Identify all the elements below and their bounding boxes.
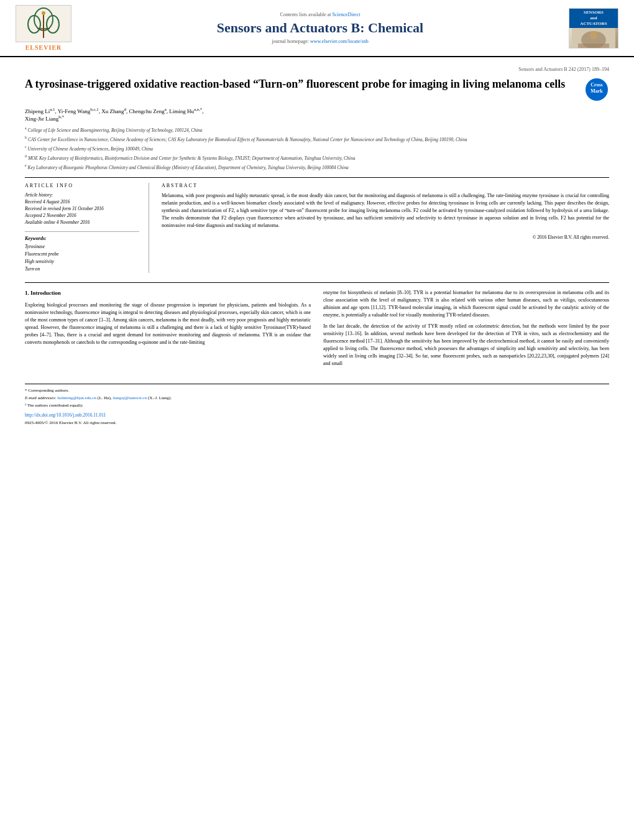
article-divider [25, 282, 609, 283]
doi-link[interactable]: http://dx.doi.org/10.1016/j.snb.2016.11.… [25, 412, 106, 418]
affiliations: a College of Life Science and Bioenginee… [25, 126, 609, 171]
body-col-left: 1. Introduction Exploring biological pro… [25, 289, 311, 371]
journal-homepage: journal homepage: www.elsevier.com/locat… [87, 39, 553, 44]
sensors-logo-box: SENSORS and ACTUATORS [569, 8, 618, 48]
article-info-left: ARTICLE INFO Article history: Received 4… [25, 183, 149, 273]
history-label: Article history: [25, 192, 139, 198]
elsevier-wordmark: ELSEVIER [25, 44, 62, 51]
elsevier-logo-image [16, 5, 71, 42]
keywords-section: Keywords: Tyrosinase Fluorescent probe H… [25, 231, 139, 273]
article-info-section: ARTICLE INFO Article history: Received 4… [25, 177, 609, 273]
affil-a: a College of Life Science and Bioenginee… [25, 126, 609, 134]
svg-rect-10 [578, 44, 609, 48]
journal-header: ELSEVIER Contents lists available at Sci… [0, 0, 634, 57]
abstract-text: Melanoma, with poor prognosis and highly… [162, 192, 609, 229]
keyword-fluorescent: Fluorescent probe [25, 251, 139, 258]
svg-point-9 [590, 32, 597, 39]
author-zhipeng: Zhipeng Lia,1, Yi-Feng Wangb,c,1, Xu Zha… [25, 108, 204, 114]
copyright-line: © 2016 Elsevier B.V. All rights reserved… [162, 234, 609, 240]
article-title: A tyrosinase-triggered oxidative reactio… [25, 77, 578, 91]
affil-e: e Key Laboratory of Bioorganic Phosphoru… [25, 163, 609, 171]
journal-name: Sensors and Actuators B: Chemical [87, 20, 553, 36]
affil-c: c University of Chinese Academy of Scien… [25, 144, 609, 152]
sensors-actuators-logo: SENSORS and ACTUATORS [566, 8, 622, 48]
page: ELSEVIER Contents lists available at Sci… [0, 0, 634, 840]
accepted-date: Accepted 2 November 2016 [25, 213, 139, 218]
abstract-label: ABSTRACT [162, 183, 609, 188]
body-col-right: enzyme for biosynthesis of melanin [8–10… [323, 289, 609, 371]
article-content: Sensors and Actuators B 242 (2017) 189–1… [0, 57, 634, 437]
sensors-logo-image [569, 28, 618, 48]
svg-text:Cross: Cross [590, 82, 602, 88]
svg-text:Mark: Mark [590, 88, 603, 94]
crossmark-logo: Cross Mark [584, 77, 609, 102]
col1-para1: Exploring biological processes and monit… [25, 302, 311, 346]
elsevier-logo: ELSEVIER [12, 5, 75, 51]
keywords-list: Tyrosinase Fluorescent probe High sensit… [25, 243, 139, 273]
contents-label: Contents lists available at [280, 12, 331, 17]
affil-b: b CAS Center for Excellence in Nanoscien… [25, 135, 609, 143]
authors: Zhipeng Lia,1, Yi-Feng Wangb,c,1, Xu Zha… [25, 107, 609, 122]
keyword-tyrosinase: Tyrosinase [25, 243, 139, 251]
col2-para2: In the last decade, the detection of the… [323, 323, 609, 367]
journal-title-area: Contents lists available at ScienceDirec… [75, 12, 566, 44]
sensors-logo-line2: and [570, 16, 617, 21]
footnote-corresponding: * Corresponding authors. [25, 388, 609, 394]
footnote-area: * Corresponding authors. E-mail addresse… [25, 384, 609, 427]
affil-d: d MOE Key Laboratory of Bioinformatics, … [25, 154, 609, 162]
issn-line: 0925-4005/© 2016 Elsevier B.V. All right… [25, 420, 609, 427]
author-xingjie: Xing-Jie Liangb,* [25, 116, 64, 122]
article-history: Article history: Received 4 August 2016 … [25, 192, 139, 225]
contents-line: Contents lists available at ScienceDirec… [87, 12, 553, 17]
keyword-turnon: Turn-on [25, 265, 139, 273]
email-liang[interactable]: liangxj@nanoctr.cn [113, 395, 147, 400]
keyword-sensitivity: High sensitivity [25, 258, 139, 265]
doi-line: http://dx.doi.org/10.1016/j.snb.2016.11.… [25, 412, 609, 419]
homepage-label: journal homepage: [272, 39, 309, 44]
sensors-logo-line3: ACTUATORS [570, 21, 617, 27]
section1-heading: 1. Introduction [25, 289, 311, 298]
sensors-logo-line1: SENSORS [570, 10, 617, 16]
footnote-equal: ¹ The authors contributed equally. [25, 403, 609, 409]
svg-point-4 [42, 11, 45, 15]
article-title-section: A tyrosinase-triggered oxidative reactio… [25, 77, 609, 102]
article-info-right: ABSTRACT Melanoma, with poor prognosis a… [162, 183, 609, 273]
sensors-logo-top: SENSORS and ACTUATORS [569, 9, 618, 28]
citation: Sensors and Actuators B 242 (2017) 189–1… [25, 67, 609, 72]
homepage-url[interactable]: www.elsevier.com/locate/snb [310, 39, 369, 44]
article-info-label: ARTICLE INFO [25, 183, 139, 188]
keywords-title: Keywords: [25, 236, 139, 241]
available-date: Available online 4 November 2016 [25, 219, 139, 225]
received-revised-date: Received in revised form 31 October 2016 [25, 206, 139, 211]
sciencedirect-link[interactable]: ScienceDirect [333, 12, 361, 17]
body-columns: 1. Introduction Exploring biological pro… [25, 289, 609, 371]
email-hu[interactable]: huliming@bjut.edu.cn [57, 395, 96, 400]
col2-para1: enzyme for biosynthesis of melanin [8–10… [323, 289, 609, 319]
footnote-email: E-mail addresses: huliming@bjut.edu.cn (… [25, 395, 609, 402]
received-date: Received 4 August 2016 [25, 199, 139, 205]
